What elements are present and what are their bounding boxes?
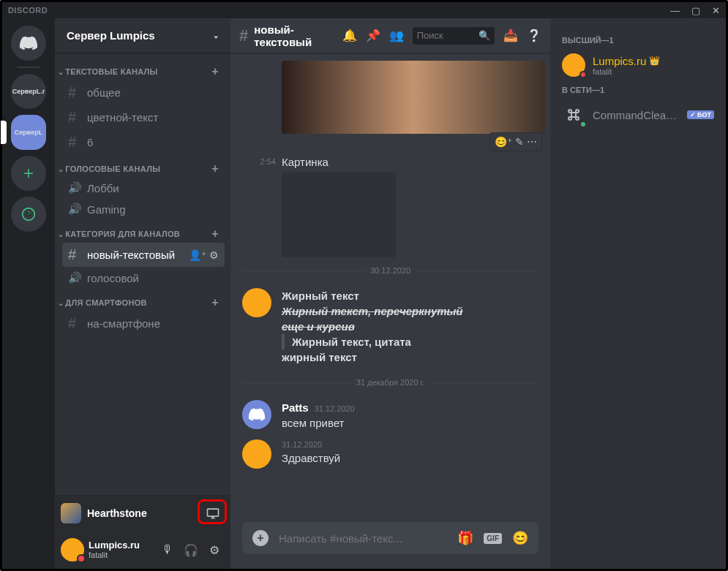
role-heading: ВЫСШИЙ—1 bbox=[556, 30, 720, 50]
channel-lobby[interactable]: 🔊Лобби bbox=[62, 178, 225, 198]
avatar[interactable] bbox=[242, 400, 271, 429]
gift-button[interactable]: 🎁 bbox=[457, 530, 473, 546]
category-custom[interactable]: ⌄ КАТЕГОРИЯ ДЛЯ КАНАЛОВ + bbox=[56, 220, 225, 242]
add-server-button[interactable]: + bbox=[11, 156, 46, 191]
channel-general[interactable]: #общее bbox=[62, 80, 225, 105]
more-icon[interactable]: ⋯ bbox=[527, 136, 537, 148]
server-header[interactable]: Сервер Lumpics ⌄ bbox=[55, 18, 230, 53]
attach-button[interactable]: + bbox=[252, 530, 269, 546]
chat-area: # новый-текстовый 🔔 📌 👥 🔍 📥 ❔ 😊⁺ bbox=[230, 18, 550, 569]
react-icon[interactable]: 😊⁺ bbox=[495, 136, 512, 148]
activity-name: Hearthstone bbox=[87, 507, 195, 519]
channel-6[interactable]: #6 bbox=[62, 130, 225, 154]
home-button[interactable] bbox=[11, 26, 46, 61]
maximize-button[interactable]: ▢ bbox=[691, 5, 700, 16]
chevron-down-icon: ⌄ bbox=[213, 31, 219, 39]
close-button[interactable]: ✕ bbox=[712, 5, 720, 16]
message-time: 31.12.2020 bbox=[315, 404, 355, 415]
gear-icon[interactable]: ⚙ bbox=[209, 249, 219, 261]
channel-gaming[interactable]: 🔊Gaming bbox=[62, 199, 225, 219]
channel-color-text[interactable]: #цветной-текст bbox=[62, 105, 225, 129]
screen-share-button[interactable] bbox=[201, 502, 225, 525]
chat-header: # новый-текстовый 🔔 📌 👥 🔍 📥 ❔ bbox=[230, 18, 550, 53]
message-author: Patts bbox=[282, 400, 309, 415]
server-name: Сервер Lumpics bbox=[67, 29, 155, 42]
activity-panel: Hearthstone bbox=[55, 495, 230, 531]
server-list: СерверL.r СерверL + bbox=[2, 18, 55, 569]
message-text: всем привет bbox=[282, 415, 539, 431]
add-channel-button[interactable]: + bbox=[211, 162, 219, 175]
gif-button[interactable]: GIF bbox=[484, 533, 502, 544]
user-panel: Lumpics.ru fatalit 🎙 🎧 ⚙ bbox=[55, 531, 230, 569]
date-divider: 30.12.2020 bbox=[242, 266, 539, 275]
explore-button[interactable] bbox=[11, 197, 46, 232]
search-box[interactable]: 🔍 bbox=[413, 27, 495, 45]
add-channel-button[interactable]: + bbox=[211, 65, 219, 78]
help-icon[interactable]: ❔ bbox=[527, 29, 541, 42]
message: 31.12.2020 Здравствуй bbox=[242, 435, 539, 473]
app-title: DISCORD bbox=[8, 6, 48, 15]
search-icon: 🔍 bbox=[479, 30, 490, 41]
game-icon bbox=[61, 503, 81, 523]
channel-title: новый-текстовый bbox=[254, 23, 324, 48]
search-input[interactable] bbox=[417, 30, 476, 41]
message-time: 31.12.2020 bbox=[282, 439, 322, 450]
avatar bbox=[562, 103, 585, 126]
add-channel-button[interactable]: + bbox=[211, 296, 219, 309]
category-phones[interactable]: ⌄ ДЛЯ СМАРТФОНОВ + bbox=[56, 289, 225, 311]
member-item[interactable]: Lumpics.ru 👑 fatalit bbox=[556, 50, 720, 80]
mute-button[interactable]: 🎙 bbox=[157, 543, 178, 557]
channel-on-phone[interactable]: #на-смартфоне bbox=[62, 311, 225, 336]
avatar bbox=[562, 53, 585, 77]
category-text[interactable]: ⌄ ТЕКСТОВЫЕ КАНАЛЫ + bbox=[56, 58, 225, 80]
server-item-1[interactable]: СерверL.r bbox=[11, 74, 46, 109]
username: Lumpics.ru bbox=[89, 540, 153, 551]
message-list: 😊⁺ ✎ ⋯ 2:54 Картинка 30.12.2020 bbox=[230, 53, 550, 522]
minimize-button[interactable]: — bbox=[670, 5, 680, 16]
deafen-button[interactable]: 🎧 bbox=[181, 543, 201, 557]
image-attachment[interactable]: 😊⁺ ✎ ⋯ bbox=[282, 61, 545, 134]
message: Patts 31.12.2020 всем привет bbox=[242, 396, 539, 435]
settings-button[interactable]: ⚙ bbox=[204, 543, 225, 557]
message-text: Картинка bbox=[282, 156, 396, 168]
avatar[interactable] bbox=[242, 439, 271, 469]
members-list: ВЫСШИЙ—1 Lumpics.ru 👑 fatalit В СЕТИ—1 C… bbox=[550, 18, 726, 569]
channel-sidebar: Сервер Lumpics ⌄ ⌄ ТЕКСТОВЫЕ КАНАЛЫ + #о… bbox=[55, 18, 230, 569]
user-avatar[interactable] bbox=[61, 538, 84, 561]
message-input-box: + 🎁 GIF 😊 bbox=[242, 522, 539, 554]
inbox-icon[interactable]: 📥 bbox=[503, 29, 518, 42]
bot-badge: ✓ БОТ bbox=[687, 110, 714, 119]
hash-icon: # bbox=[239, 26, 248, 45]
pinned-icon[interactable]: 📌 bbox=[366, 29, 380, 42]
invite-icon[interactable]: 👤⁺ bbox=[189, 249, 206, 261]
channel-voice-custom[interactable]: 🔊голосовой bbox=[62, 268, 225, 288]
user-status: fatalit bbox=[89, 551, 153, 559]
member-item[interactable]: CommandClean... ✓ БОТ bbox=[556, 100, 720, 129]
emoji-button[interactable]: 😊 bbox=[512, 530, 528, 546]
add-channel-button[interactable]: + bbox=[211, 227, 219, 241]
server-item-2[interactable]: СерверL bbox=[11, 115, 46, 150]
server-separator bbox=[17, 67, 40, 68]
channel-new-text[interactable]: # новый-текстовый 👤⁺ ⚙ bbox=[62, 243, 225, 267]
window-title-bar: DISCORD — ▢ ✕ bbox=[2, 2, 726, 18]
category-voice[interactable]: ⌄ ГОЛОСОВЫЕ КАНАЛЫ + bbox=[56, 155, 225, 177]
date-divider: 31 декабря 2020 г. bbox=[242, 378, 539, 387]
members-toggle-icon[interactable]: 👥 bbox=[389, 29, 404, 42]
message-input[interactable] bbox=[279, 532, 447, 545]
notifications-icon[interactable]: 🔔 bbox=[342, 29, 357, 42]
role-heading: В СЕТИ—1 bbox=[556, 80, 720, 100]
edit-icon[interactable]: ✎ bbox=[515, 136, 524, 148]
image-placeholder[interactable] bbox=[282, 173, 396, 257]
message-time: 2:54 bbox=[242, 156, 276, 166]
message: Жирный текст Жирный текст, перечеркнутый… bbox=[242, 284, 539, 369]
avatar[interactable] bbox=[242, 288, 271, 317]
crown-icon: 👑 bbox=[649, 56, 660, 66]
message-text: Здравствуй bbox=[282, 450, 539, 466]
